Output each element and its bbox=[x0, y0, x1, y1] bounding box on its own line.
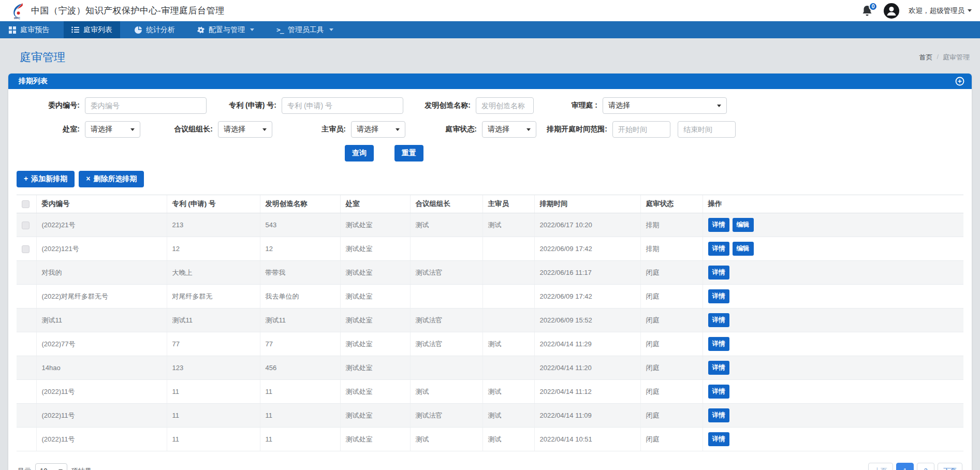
cell-judge: 测试 bbox=[482, 428, 534, 451]
panel-collapse-icon[interactable] bbox=[955, 77, 964, 86]
per-page-value: 10 bbox=[40, 467, 47, 470]
cell-schedule-time: 2022/04/14 11:09 bbox=[534, 404, 640, 428]
table-row: (2022)21号 213 543 测试处室 测试 测试 2022/06/17 … bbox=[17, 213, 963, 237]
breadcrumb-home[interactable]: 首页 bbox=[919, 53, 932, 62]
page-button-2[interactable]: 2 bbox=[917, 463, 934, 470]
panel-leader-select[interactable]: 请选择 bbox=[218, 121, 272, 138]
chevron-down-icon bbox=[968, 9, 972, 12]
detail-button[interactable]: 详情 bbox=[708, 385, 729, 399]
patent-number-input[interactable] bbox=[282, 97, 403, 114]
nav-trial-preview[interactable]: 庭审预告 bbox=[1, 21, 57, 38]
detail-button[interactable]: 详情 bbox=[708, 242, 729, 256]
cell-invention-name: 11 bbox=[260, 404, 340, 428]
cell-patent-number: 12 bbox=[167, 237, 260, 261]
cell-patent-number: 213 bbox=[167, 213, 260, 237]
chevron-down-icon bbox=[526, 128, 531, 131]
detail-button[interactable]: 详情 bbox=[708, 337, 729, 351]
detail-button[interactable]: 详情 bbox=[708, 218, 729, 232]
breadcrumb: 首页 / 庭审管理 bbox=[919, 53, 970, 62]
pagination: 上页 1 2 下页 bbox=[868, 463, 962, 470]
nav-trial-list[interactable]: 庭审列表 bbox=[64, 21, 120, 38]
invention-name-input[interactable] bbox=[476, 97, 534, 114]
trial-status-select[interactable]: 请选择 bbox=[482, 121, 536, 138]
trial-status-select-value: 请选择 bbox=[488, 125, 509, 134]
cell-panel-leader: 测试 bbox=[410, 213, 482, 237]
detail-button[interactable]: 详情 bbox=[708, 408, 729, 422]
table-row: (2022)77号 77 77 测试处室 测试法官 测试 2022/04/14 … bbox=[17, 332, 963, 356]
col-header: 主审员 bbox=[482, 195, 534, 213]
delete-selected-button[interactable]: ×删除所选排期 bbox=[79, 171, 144, 187]
edit-button[interactable]: 编辑 bbox=[733, 242, 754, 256]
detail-button[interactable]: 详情 bbox=[708, 361, 729, 375]
nav-admin-tools[interactable]: >_ 管理员工具 bbox=[269, 21, 341, 38]
edit-button[interactable]: 编辑 bbox=[733, 218, 754, 232]
cell-trial-status: 闭庭 bbox=[640, 285, 703, 309]
cell-schedule-time: 2022/06/16 11:17 bbox=[534, 261, 640, 285]
prev-page-button[interactable]: 上页 bbox=[868, 463, 893, 470]
cell-invention-name: 77 bbox=[260, 332, 340, 356]
judge-select[interactable]: 请选择 bbox=[351, 121, 405, 138]
table-row: 14hao 123 456 测试处室 2022/04/14 11:20 闭庭 详… bbox=[17, 356, 963, 380]
start-time-input[interactable] bbox=[612, 121, 670, 138]
table-row: 对我的 大晚上 带带我 测试处室 测试法官 2022/06/16 11:17 闭… bbox=[17, 261, 963, 285]
cell-invention-name: 我去单位的 bbox=[260, 285, 340, 309]
row-checkbox[interactable] bbox=[22, 245, 30, 253]
cell-trial-status: 闭庭 bbox=[640, 356, 703, 380]
row-actions: 详情 bbox=[703, 332, 963, 356]
cell-invention-name: 12 bbox=[260, 237, 340, 261]
avatar[interactable] bbox=[884, 3, 899, 19]
cell-trial-status: 闭庭 bbox=[640, 404, 703, 428]
filter-label-patent-number: 专利 (申请) 号: bbox=[207, 101, 282, 110]
per-page-select[interactable]: 10 bbox=[35, 463, 67, 470]
cell-office: 测试处室 bbox=[340, 332, 410, 356]
cell-office: 测试处室 bbox=[340, 309, 410, 332]
cell-invention-name: 带带我 bbox=[260, 261, 340, 285]
row-checkbox[interactable] bbox=[22, 222, 30, 229]
cell-invention-name: 543 bbox=[260, 213, 340, 237]
cell-judge bbox=[482, 356, 534, 380]
detail-button[interactable]: 详情 bbox=[708, 289, 729, 303]
page-title: 庭审管理 bbox=[20, 50, 65, 65]
nav-statistics[interactable]: 统计分析 bbox=[127, 21, 183, 38]
table-row: (2022)121号 12 12 测试处室 2022/06/09 17:42 排… bbox=[17, 237, 963, 261]
cell-panel-leader bbox=[410, 285, 482, 309]
detail-button[interactable]: 详情 bbox=[708, 432, 729, 446]
notifications-button[interactable]: 0 bbox=[861, 4, 874, 18]
cell-patent-number: 大晚上 bbox=[167, 261, 260, 285]
row-actions: 详情 bbox=[703, 309, 963, 332]
nav-config-management[interactable]: 配置与管理 bbox=[189, 21, 262, 38]
cell-invention-name: 456 bbox=[260, 356, 340, 380]
user-menu[interactable]: 欢迎，超级管理员 bbox=[909, 6, 972, 16]
cell-panel-leader: 测试法官 bbox=[410, 309, 482, 332]
reset-button[interactable]: 重置 bbox=[394, 145, 423, 161]
row-actions: 详情 bbox=[703, 356, 963, 380]
breadcrumb-current: 庭审管理 bbox=[943, 53, 970, 62]
detail-button[interactable]: 详情 bbox=[708, 266, 729, 280]
row-actions: 详情 bbox=[703, 404, 963, 428]
select-all-checkbox[interactable] bbox=[22, 200, 30, 208]
filter-label-date-range: 排期开庭时间范围: bbox=[536, 125, 612, 134]
cell-panel-leader: 测试 bbox=[410, 428, 482, 451]
cell-office: 测试处室 bbox=[340, 285, 410, 309]
court-select[interactable]: 请选择 bbox=[603, 97, 727, 114]
col-header: 发明创造名称 bbox=[260, 195, 340, 213]
schedule-table: 委内编号 专利 (申请) 号 发明创造名称 处室 合议组组长 主审员 排期时间 … bbox=[17, 195, 963, 451]
row-actions: 详情 bbox=[703, 380, 963, 404]
cell-judge: 测试 bbox=[482, 332, 534, 356]
filter-label-court: 审理庭 : bbox=[534, 101, 603, 110]
search-button[interactable]: 查询 bbox=[345, 145, 374, 161]
cell-judge: 测试 bbox=[482, 404, 534, 428]
add-schedule-button[interactable]: +添加新排期 bbox=[17, 171, 75, 187]
detail-button[interactable]: 详情 bbox=[708, 313, 729, 327]
cell-patent-number: 11 bbox=[167, 380, 260, 404]
end-time-input[interactable] bbox=[678, 121, 736, 138]
cell-case-number: (2022)21号 bbox=[36, 213, 167, 237]
office-select[interactable]: 请选择 bbox=[85, 121, 140, 138]
case-number-input[interactable] bbox=[85, 97, 207, 114]
next-page-button[interactable]: 下页 bbox=[938, 463, 962, 470]
table-row: 测试11 测试11 测试11 测试处室 测试法官 2022/06/09 15:5… bbox=[17, 309, 963, 332]
page-button-1[interactable]: 1 bbox=[896, 463, 914, 470]
nav-item-label: 庭审列表 bbox=[83, 25, 112, 35]
cell-invention-name: 11 bbox=[260, 428, 340, 451]
cell-patent-number: 123 bbox=[167, 356, 260, 380]
